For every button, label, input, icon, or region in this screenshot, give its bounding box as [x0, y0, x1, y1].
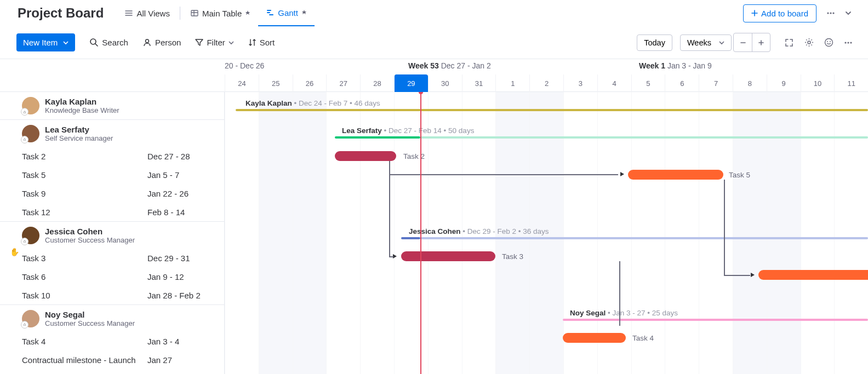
settings-button[interactable] — [800, 34, 818, 51]
day-cell[interactable]: 24 — [225, 74, 259, 92]
arrow-icon — [751, 273, 755, 277]
task-bar-task5[interactable] — [628, 170, 723, 180]
task-row[interactable]: Task 12Feb 8 - 14 — [0, 203, 224, 221]
week-label: Week 1 Jan 3 - Jan 9 — [639, 61, 712, 70]
plus-icon — [758, 39, 764, 46]
sort-button[interactable]: Sort — [248, 38, 275, 47]
zoom-in-button[interactable] — [752, 33, 770, 51]
gantt-chart-area[interactable]: Kayla Kaplan • Dec 24 - Feb 7 • 46 days … — [225, 92, 868, 374]
chevron-down-icon — [63, 40, 68, 45]
svg-point-3 — [832, 12, 834, 14]
chevron-down-icon — [844, 9, 852, 17]
filter-button[interactable]: Filter — [195, 38, 233, 47]
person-role: Self Service manager — [45, 134, 113, 142]
search-button[interactable]: Search — [89, 38, 128, 47]
task-row[interactable]: Contractual milestone - LaunchJan 27 — [0, 350, 224, 369]
collapse-button[interactable] — [840, 4, 857, 22]
arrow-icon — [393, 254, 397, 258]
person-row[interactable]: ⌂ Noy Segal Customer Success Manager — [0, 304, 224, 332]
new-item-button[interactable]: New Item — [16, 33, 75, 51]
task-bar-label: Task 3 — [502, 252, 523, 261]
day-cell[interactable]: 1 — [495, 74, 529, 92]
fullscreen-button[interactable] — [780, 34, 798, 51]
day-cell[interactable]: 6 — [665, 74, 699, 92]
svg-point-2 — [830, 12, 831, 14]
person-row[interactable]: ⌂ Jessica Cohen Customer Success Manager — [0, 221, 224, 249]
today-button[interactable]: Today — [637, 34, 672, 51]
person-filter-button[interactable]: Person — [142, 38, 181, 47]
home-badge-icon: ⌂ — [21, 238, 28, 245]
group-bar-lea-future[interactable] — [420, 136, 868, 139]
svg-point-6 — [808, 41, 810, 44]
zoom-out-button[interactable] — [734, 33, 752, 51]
more-menu-button[interactable] — [822, 4, 840, 22]
home-badge-icon: ⌂ — [21, 136, 28, 143]
day-cell[interactable]: 11 — [834, 74, 868, 92]
plus-icon — [751, 10, 758, 16]
day-cell[interactable]: 4 — [597, 74, 631, 92]
day-cell[interactable]: 30 — [428, 74, 462, 92]
person-row[interactable]: ⌂ Lea Serfaty Self Service manager — [0, 119, 224, 147]
gantt-body: ✋ ⌂ Kayla Kaplan Knowledge Base Writer ⌂… — [0, 92, 868, 374]
group-bar-kayla[interactable] — [236, 109, 868, 111]
pin-icon — [245, 10, 250, 16]
group-bar-jessica[interactable] — [401, 237, 420, 239]
home-badge-icon: ⌂ — [21, 108, 28, 116]
day-cell[interactable]: 2 — [529, 74, 563, 92]
svg-point-8 — [827, 41, 828, 42]
zoom-controls — [733, 33, 770, 52]
pin-icon — [301, 10, 307, 15]
day-cell[interactable]: 29 — [394, 74, 428, 92]
tab-all-views[interactable]: All Views — [117, 0, 178, 26]
day-cell[interactable]: 5 — [631, 74, 665, 92]
day-cell[interactable]: 10 — [801, 74, 835, 92]
day-cell[interactable]: 7 — [699, 74, 733, 92]
svg-point-11 — [847, 42, 849, 43]
task-row[interactable]: Task 9Jan 22 - 26 — [0, 184, 224, 203]
add-to-board-button[interactable]: Add to board — [743, 4, 816, 22]
more-button[interactable] — [840, 34, 857, 51]
tab-gantt[interactable]: Gantt — [258, 0, 315, 26]
task-row[interactable]: Task 2Dec 27 - 28 — [0, 147, 224, 165]
task-row[interactable]: Task 3Dec 29 - 31 — [0, 249, 224, 267]
person-row[interactable]: ⌂ Kayla Kaplan Knowledge Base Writer — [0, 92, 224, 119]
day-cell[interactable]: 26 — [293, 74, 327, 92]
task-bar-label: Task 5 — [729, 171, 750, 179]
sort-icon — [248, 38, 256, 47]
task-row[interactable]: Task 6Jan 9 - 12 — [0, 267, 224, 286]
day-cell[interactable]: 27 — [326, 74, 360, 92]
day-cell[interactable]: 25 — [259, 74, 293, 92]
divider — [180, 7, 180, 20]
avatar: ⌂ — [22, 310, 39, 327]
task-bar-task3[interactable] — [401, 251, 495, 261]
day-cell[interactable]: 31 — [462, 74, 496, 92]
task-bar-task4[interactable] — [563, 333, 626, 343]
group-bar-label: Noy Segal • Jan 3 - 27 • 25 days — [570, 309, 678, 317]
day-cell[interactable]: 28 — [360, 74, 394, 92]
group-bar-jessica-future[interactable] — [420, 237, 868, 239]
dependency-line — [724, 275, 750, 276]
group-bar-lea[interactable] — [335, 136, 420, 139]
feedback-button[interactable] — [820, 34, 837, 51]
task-bar-task2[interactable] — [335, 151, 396, 161]
tab-main-table[interactable]: Main Table — [182, 0, 258, 26]
group-bar-label: Kayla Kaplan • Dec 24 - Feb 7 • 46 days — [245, 99, 380, 107]
gear-icon — [804, 38, 814, 47]
person-name: Noy Segal — [45, 310, 135, 319]
person-icon — [142, 38, 152, 47]
task-row[interactable]: Task 4Jan 3 - 4 — [0, 332, 224, 350]
dots-icon — [826, 8, 836, 18]
group-bar-label: Lea Serfaty • Dec 27 - Feb 14 • 50 days — [342, 126, 474, 135]
day-cell[interactable]: 3 — [563, 74, 597, 92]
day-cell[interactable]: 8 — [733, 74, 767, 92]
timescale-dropdown[interactable]: Weeks — [680, 34, 732, 51]
group-bar-noy[interactable] — [563, 319, 868, 321]
task-row[interactable]: Task 5Jan 5 - 7 — [0, 165, 224, 184]
chevron-down-icon — [229, 40, 234, 45]
task-bar-task6[interactable] — [758, 270, 868, 280]
dependency-line — [389, 174, 618, 175]
task-row[interactable]: Task 10Jan 28 - Feb 2 — [0, 286, 224, 304]
day-cell[interactable]: 9 — [767, 74, 801, 92]
svg-point-7 — [825, 39, 832, 47]
avatar: ⌂ — [22, 125, 39, 142]
